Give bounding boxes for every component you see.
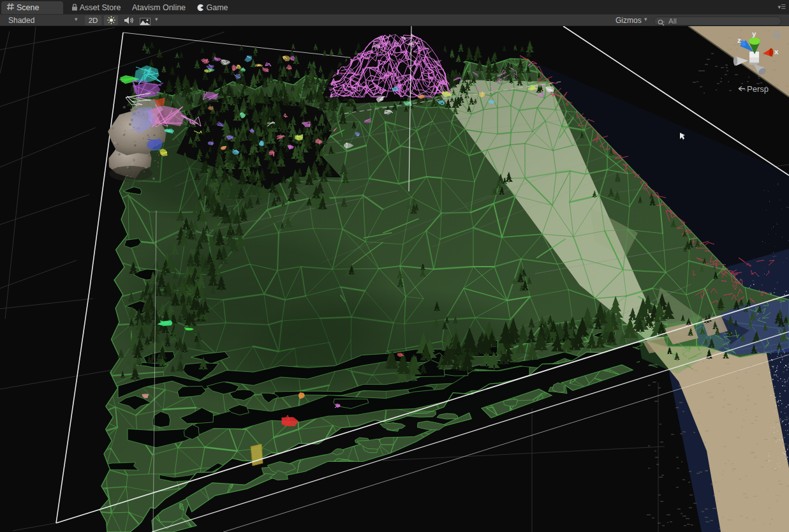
svg-text:x: x: [774, 48, 779, 55]
svg-text:y: y: [752, 30, 756, 38]
svg-text:z: z: [737, 36, 741, 44]
svg-text:Persp: Persp: [747, 84, 769, 94]
